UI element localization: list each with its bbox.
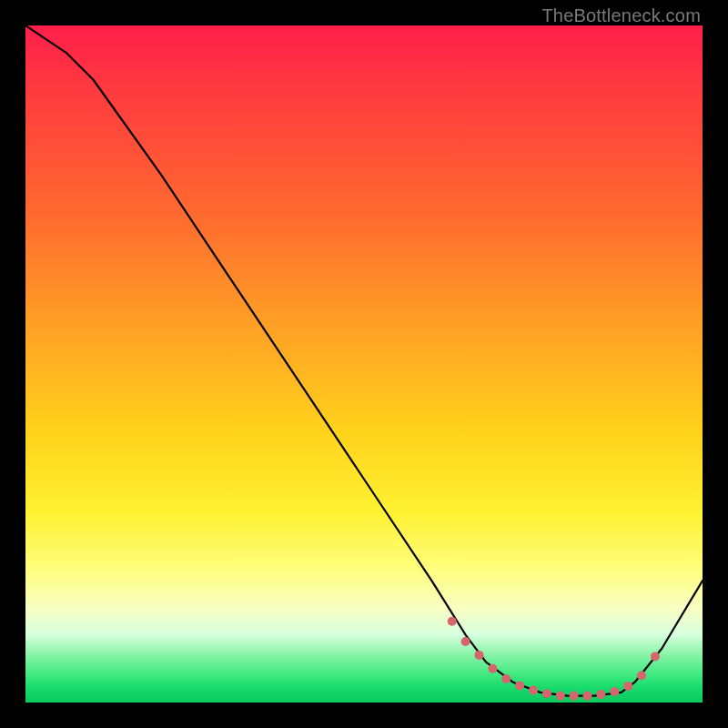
marker-dot [610, 687, 619, 696]
marker-dot [475, 651, 484, 660]
marker-dot [570, 692, 579, 701]
marker-dots [448, 617, 660, 701]
marker-dot [529, 686, 538, 695]
marker-dot [501, 674, 511, 683]
marker-dot [542, 689, 551, 698]
marker-dot [488, 664, 497, 673]
marker-dot [461, 637, 470, 646]
marker-dot [515, 681, 524, 690]
marker-dot [637, 671, 646, 680]
marker-dot [583, 692, 592, 701]
chart-plot-area [25, 25, 703, 703]
bottleneck-curve [25, 25, 703, 696]
marker-dot [556, 692, 565, 701]
chart-frame: TheBottleneck.com [0, 0, 728, 728]
chart-svg [25, 25, 703, 703]
marker-dot [448, 617, 457, 626]
watermark-label: TheBottleneck.com [541, 5, 701, 26]
marker-dot [623, 682, 632, 691]
marker-dot [651, 652, 660, 661]
marker-dot [596, 690, 605, 699]
